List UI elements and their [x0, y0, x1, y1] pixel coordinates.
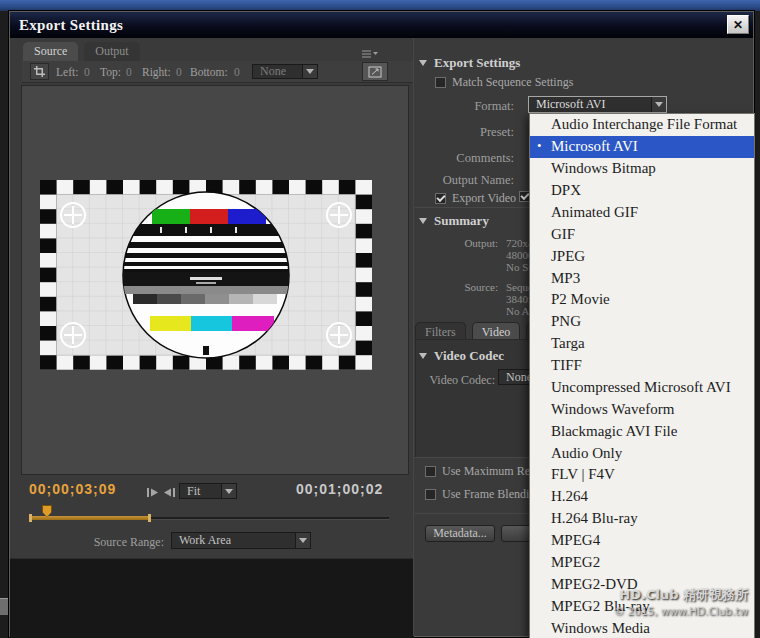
- format-option[interactable]: Audio Interchange File Format: [530, 114, 754, 136]
- format-value: Microsoft AVI: [536, 97, 605, 112]
- video-codec-header[interactable]: Video Codec: [419, 348, 504, 364]
- format-option[interactable]: FLV | F4V: [530, 464, 754, 486]
- tab-source[interactable]: Source: [23, 42, 78, 62]
- source-tab-strip: Source Output: [23, 41, 142, 62]
- source-range-value: Work Area: [179, 533, 231, 548]
- format-option[interactable]: Animated GIF: [530, 202, 754, 224]
- crop-right-label: Right:: [142, 66, 171, 78]
- export-video-checkbox[interactable]: [435, 193, 446, 204]
- tab-output[interactable]: Output: [84, 42, 139, 62]
- crop-bottom-label: Bottom:: [190, 66, 228, 78]
- use-frame-blending-row: Use Frame Blending: [425, 487, 541, 502]
- chevron-down-icon: [302, 65, 317, 78]
- match-sequence-row: Match Sequence Settings: [435, 75, 573, 90]
- format-option[interactable]: Audio Only: [530, 442, 754, 464]
- format-option[interactable]: MPEG4: [530, 530, 754, 552]
- app-root: Export Settings ✕ Source Output Left: 0 …: [0, 0, 760, 638]
- format-option[interactable]: DPX: [530, 180, 754, 202]
- crop-ratio-select[interactable]: None: [252, 64, 318, 79]
- panel-divider: [413, 38, 414, 636]
- crop-icon: [34, 66, 45, 77]
- format-dropdown-list: Audio Interchange File Format • Microsof…: [529, 113, 755, 638]
- export-video-row: Export Video: [435, 191, 516, 206]
- format-option[interactable]: PNG: [530, 311, 754, 333]
- format-option[interactable]: MPEG2-DVD: [530, 573, 754, 595]
- test-pattern-image: [40, 180, 372, 370]
- use-frame-blending-checkbox[interactable]: [425, 489, 436, 500]
- close-button[interactable]: ✕: [727, 15, 749, 34]
- preset-label: Preset:: [417, 125, 514, 140]
- output-name-label: Output Name:: [417, 173, 514, 188]
- crop-left-value[interactable]: 0: [84, 66, 90, 78]
- current-timecode[interactable]: 00;00;03;09: [29, 481, 116, 497]
- chevron-down-icon: [221, 484, 236, 498]
- format-option[interactable]: Blackmagic AVI File: [530, 420, 754, 442]
- zoom-level-select[interactable]: Fit: [179, 483, 237, 499]
- format-option[interactable]: Windows Waveform: [530, 398, 754, 420]
- comments-label: Comments:: [417, 151, 514, 166]
- format-option[interactable]: MPEG2: [530, 552, 754, 574]
- scale-icon: [368, 66, 382, 78]
- disclosure-triangle-icon: [419, 218, 427, 224]
- work-area-end-handle[interactable]: [148, 514, 151, 522]
- format-option[interactable]: GIF: [530, 223, 754, 245]
- format-option[interactable]: Windows Media: [530, 617, 754, 638]
- preview-scale-button[interactable]: [362, 62, 388, 81]
- crop-top-label: Top:: [100, 66, 121, 78]
- format-option[interactable]: MPEG2 Blu-ray: [530, 595, 754, 617]
- format-option[interactable]: H.264 Blu-ray: [530, 508, 754, 530]
- format-option-selected[interactable]: • Microsoft AVI: [530, 136, 754, 158]
- duration-timecode: 00;01;00;02: [296, 481, 383, 497]
- export-video-label: Export Video: [452, 191, 516, 206]
- format-option[interactable]: MP3: [530, 267, 754, 289]
- in-point-icon[interactable]: [147, 484, 159, 502]
- export-settings-header[interactable]: Export Settings: [419, 55, 520, 71]
- crop-ratio-value: None: [260, 64, 286, 79]
- close-icon: ✕: [733, 18, 743, 32]
- dialog-title: Export Settings: [19, 17, 123, 34]
- format-option[interactable]: Windows Bitmap: [530, 158, 754, 180]
- selected-bullet-icon: •: [537, 138, 542, 154]
- crop-button[interactable]: [30, 63, 49, 80]
- format-option[interactable]: Targa: [530, 333, 754, 355]
- chevron-down-icon: [651, 97, 666, 112]
- disclosure-triangle-icon: [419, 353, 427, 359]
- crop-left-label: Left:: [56, 66, 78, 78]
- dialog-titlebar[interactable]: Export Settings: [10, 12, 753, 38]
- metadata-button[interactable]: Metadata...: [425, 525, 495, 542]
- format-select[interactable]: Microsoft AVI: [528, 96, 667, 113]
- preview-area[interactable]: [21, 85, 409, 475]
- summary-output-label: Output:: [425, 237, 498, 249]
- export-settings-dialog: Export Settings ✕ Source Output Left: 0 …: [8, 10, 755, 638]
- crop-bottom-value[interactable]: 0: [234, 66, 240, 78]
- match-sequence-checkbox[interactable]: [435, 77, 446, 88]
- out-point-icon[interactable]: [163, 484, 175, 502]
- source-range-label: Source Range:: [69, 535, 164, 550]
- format-option[interactable]: Uncompressed Microsoft AVI: [530, 377, 754, 399]
- summary-source-label: Source:: [425, 281, 498, 293]
- zoom-level-value: Fit: [187, 484, 200, 499]
- use-max-render-checkbox[interactable]: [425, 466, 436, 477]
- format-option[interactable]: H.264: [530, 486, 754, 508]
- format-label: Format:: [417, 99, 514, 114]
- summary-header[interactable]: Summary: [419, 213, 489, 229]
- video-codec-label: Video Codec:: [409, 373, 495, 388]
- chevron-down-icon: [295, 533, 310, 548]
- crop-top-value[interactable]: 0: [126, 66, 132, 78]
- work-area-start-handle[interactable]: [29, 514, 32, 522]
- format-option[interactable]: TIFF: [530, 355, 754, 377]
- crop-toolbar: Left: 0 Top: 0 Right: 0 Bottom: 0 None: [22, 61, 414, 83]
- format-option[interactable]: JPEG: [530, 245, 754, 267]
- disclosure-triangle-icon: [419, 60, 427, 66]
- use-frame-blending-label: Use Frame Blending: [442, 487, 541, 502]
- match-sequence-label: Match Sequence Settings: [452, 75, 573, 90]
- format-option[interactable]: P2 Movie: [530, 289, 754, 311]
- empty-panel-region: [10, 558, 414, 638]
- crop-right-value[interactable]: 0: [176, 66, 182, 78]
- source-range-select[interactable]: Work Area: [171, 532, 311, 549]
